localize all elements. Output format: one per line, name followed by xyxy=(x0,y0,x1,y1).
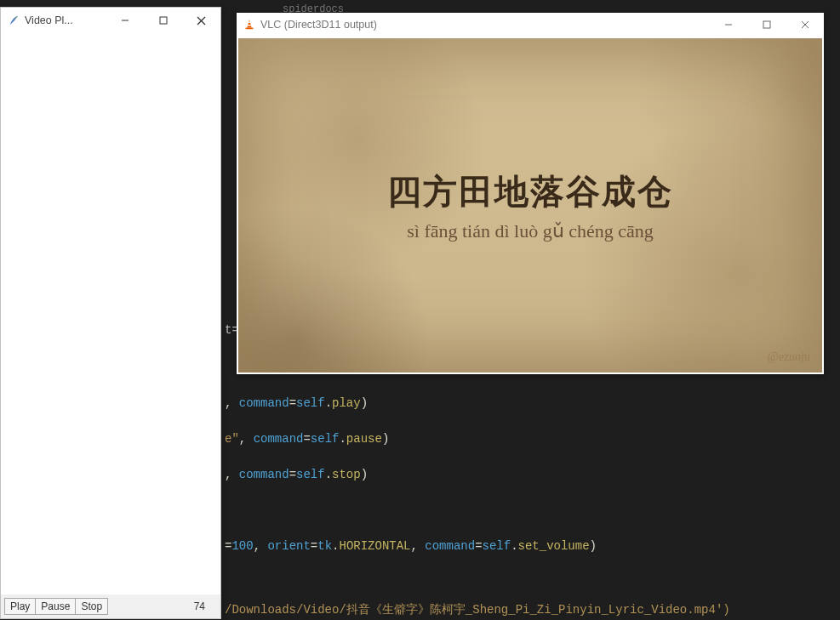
svg-rect-8 xyxy=(160,17,167,24)
code-line: =100, orient=tk.HORIZONTAL, command=self… xyxy=(221,538,840,555)
code-line: /Downloads/Video/抖音《生僻字》陈柯宇_Sheng_Pi_Zi_… xyxy=(221,601,840,619)
close-button[interactable] xyxy=(182,8,220,33)
tk-feather-icon xyxy=(8,14,20,26)
play-button[interactable]: Play xyxy=(4,598,35,615)
minimize-button[interactable] xyxy=(106,8,144,33)
pause-button[interactable]: Pause xyxy=(35,598,75,615)
lyric-chinese: 四方田地落谷成仓 xyxy=(387,168,673,215)
svg-rect-4 xyxy=(763,21,770,28)
tk-body xyxy=(1,33,220,594)
vlc-cone-icon xyxy=(243,19,255,31)
vlc-title-text: VLC (Direct3D11 output) xyxy=(260,19,709,31)
code-line: , command=self.stop) xyxy=(221,466,840,484)
tk-controls: Play Pause Stop 74 xyxy=(1,594,220,618)
vlc-video-area[interactable]: 四方田地落谷成仓 sì fāng tián dì luò gǔ chéng cā… xyxy=(238,38,822,373)
close-button[interactable] xyxy=(786,13,824,37)
stop-button[interactable]: Stop xyxy=(75,598,108,615)
lyric-pinyin: sì fāng tián dì luò gǔ chéng cāng xyxy=(407,220,654,242)
minimize-button[interactable] xyxy=(709,13,747,37)
code-line: e", command=self.pause) xyxy=(221,430,840,448)
vlc-window: VLC (Direct3D11 output) 四方田地落谷成仓 sì fāng… xyxy=(237,13,824,374)
video-frame: 四方田地落谷成仓 sì fāng tián dì luò gǔ chéng cā… xyxy=(238,38,822,373)
maximize-button[interactable] xyxy=(144,8,182,33)
vlc-titlebar[interactable]: VLC (Direct3D11 output) xyxy=(237,13,824,37)
tk-title-text: Video Pl... xyxy=(25,14,106,26)
svg-rect-2 xyxy=(248,25,251,26)
svg-rect-0 xyxy=(246,28,254,30)
video-watermark: @ezuoju xyxy=(768,350,810,364)
tk-titlebar[interactable]: Video Pl... xyxy=(1,8,220,33)
maximize-button[interactable] xyxy=(747,13,786,37)
volume-value[interactable]: 74 xyxy=(194,600,217,612)
tk-video-player-window: Video Pl... Play Pause Stop 74 xyxy=(0,7,221,619)
code-line: , command=self.play) xyxy=(221,395,840,412)
svg-rect-1 xyxy=(248,22,251,23)
